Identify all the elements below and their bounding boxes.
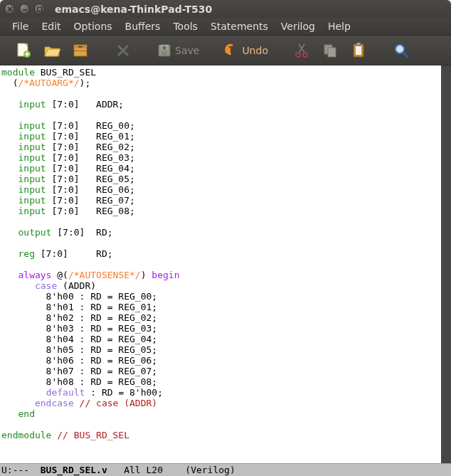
menu-tools[interactable]: Tools <box>166 21 204 32</box>
modeline: U:--- BUS_RD_SEL.v All L20 (Verilog) <box>0 463 451 476</box>
paste-button[interactable] <box>346 40 371 61</box>
menu-statements[interactable]: Statements <box>204 21 275 32</box>
menu-buffers[interactable]: Buffers <box>119 21 167 32</box>
editor-area[interactable]: module BUS_RD_SEL (/*AUTOARG*/); input [… <box>0 65 451 463</box>
svg-rect-16 <box>356 43 361 46</box>
cut-button[interactable] <box>290 40 314 61</box>
menu-help[interactable]: Help <box>322 21 357 32</box>
undo-label: Undo <box>242 45 268 56</box>
maximize-icon[interactable] <box>34 4 45 14</box>
titlebar: emacs@kena-ThinkPad-T530 <box>0 0 451 18</box>
undo-button[interactable]: Undo <box>221 40 271 61</box>
window-title: emacs@kena-ThinkPad-T530 <box>55 4 212 15</box>
modeline-status: U:--- <box>1 465 29 475</box>
menu-options[interactable]: Options <box>68 21 119 32</box>
modeline-filename: BUS_RD_SEL.v <box>41 465 107 475</box>
search-button[interactable] <box>389 40 413 61</box>
svg-rect-9 <box>161 51 167 55</box>
close-icon[interactable] <box>4 4 15 14</box>
menu-edit[interactable]: Edit <box>35 21 67 32</box>
svg-rect-13 <box>328 48 336 57</box>
code-content: module BUS_RD_SEL (/*AUTOARG*/); input [… <box>0 65 441 442</box>
save-button[interactable]: Save <box>154 40 202 61</box>
modeline-position: All L20 <box>124 465 163 475</box>
filing-button[interactable] <box>68 40 92 61</box>
svg-rect-15 <box>356 46 361 55</box>
save-label: Save <box>175 45 199 56</box>
svg-rect-6 <box>74 51 87 51</box>
minimize-icon[interactable] <box>19 4 30 14</box>
svg-point-10 <box>296 53 300 57</box>
svg-point-11 <box>303 53 307 57</box>
menubar: File Edit Options Buffers Tools Statemen… <box>0 18 451 36</box>
toolbar: Save Undo <box>0 36 451 65</box>
svg-rect-5 <box>78 46 83 48</box>
menu-verilog[interactable]: Verilog <box>275 21 322 32</box>
svg-rect-0 <box>38 7 42 11</box>
modeline-mode: (Verilog) <box>185 465 235 475</box>
copy-button[interactable] <box>318 40 342 61</box>
new-file-button[interactable] <box>11 40 36 61</box>
open-file-button[interactable] <box>40 40 64 61</box>
close-button[interactable] <box>111 40 135 61</box>
menu-file[interactable]: File <box>6 21 35 32</box>
